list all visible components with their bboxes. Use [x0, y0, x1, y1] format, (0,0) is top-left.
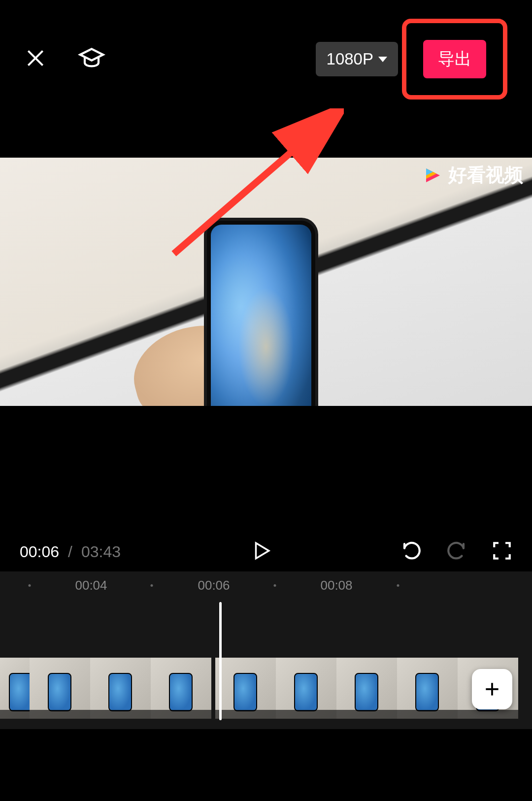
watermark-logo-icon — [423, 165, 443, 186]
ruler-tick — [151, 584, 153, 587]
ruler-tick — [274, 584, 276, 587]
annotation-highlight-box: 导出 — [402, 19, 507, 100]
export-button[interactable]: 导出 — [423, 40, 486, 78]
video-track[interactable] — [0, 658, 518, 729]
timeline-ruler[interactable]: 00:04 00:06 00:08 — [0, 571, 532, 599]
play-icon — [251, 540, 271, 561]
clip-thumbnail[interactable] — [336, 658, 397, 719]
clip-thumbnail[interactable] — [397, 658, 458, 719]
svg-marker-4 — [256, 543, 268, 559]
playhead[interactable] — [219, 602, 222, 720]
preview-content-phone — [207, 221, 315, 406]
video-preview-frame[interactable]: 好看视频 — [0, 158, 532, 406]
preview-canvas: 好看视频 — [0, 108, 532, 532]
play-button[interactable] — [251, 540, 271, 563]
plus-icon — [483, 680, 501, 699]
undo-button[interactable] — [401, 540, 422, 563]
resolution-dropdown[interactable]: 1080P — [316, 42, 398, 76]
watermark-text: 好看视频 — [448, 163, 523, 188]
ruler-mark: 00:08 — [320, 578, 352, 593]
ruler-mark: 00:04 — [75, 578, 107, 593]
ruler-tick — [29, 584, 31, 587]
clip-thumbnail[interactable] — [30, 658, 90, 719]
close-icon — [25, 47, 46, 69]
watermark: 好看视频 — [423, 163, 523, 188]
clip-thumbnail[interactable] — [215, 658, 276, 719]
add-clip-button[interactable] — [472, 669, 512, 709]
redo-icon — [446, 540, 467, 561]
playback-bar: 00:06 / 03:43 — [0, 532, 532, 571]
clip-thumbnail[interactable] — [151, 658, 211, 719]
fullscreen-icon — [492, 540, 512, 561]
redo-button — [446, 540, 467, 563]
graduation-cap-icon — [78, 44, 105, 72]
resolution-label: 1080P — [327, 50, 373, 68]
chevron-down-icon — [378, 57, 387, 62]
clip-thumbnail[interactable] — [90, 658, 151, 719]
fullscreen-button[interactable] — [492, 540, 512, 563]
undo-icon — [401, 540, 422, 561]
ruler-tick — [397, 584, 399, 587]
clip-cut-point[interactable] — [211, 658, 215, 719]
total-time: 03:43 — [81, 543, 121, 561]
top-toolbar: 1080P 导出 — [0, 10, 532, 108]
tutorial-button[interactable] — [78, 44, 105, 74]
ruler-mark: 00:06 — [198, 578, 230, 593]
clip-thumbnail[interactable] — [276, 658, 336, 719]
export-label: 导出 — [438, 49, 471, 68]
time-separator: / — [68, 543, 72, 561]
close-button[interactable] — [25, 47, 46, 71]
status-bar — [0, 0, 532, 10]
current-time: 00:06 — [20, 543, 59, 561]
clip-thumbnail[interactable] — [0, 658, 30, 719]
timeline[interactable]: 00:04 00:06 00:08 — [0, 571, 532, 729]
